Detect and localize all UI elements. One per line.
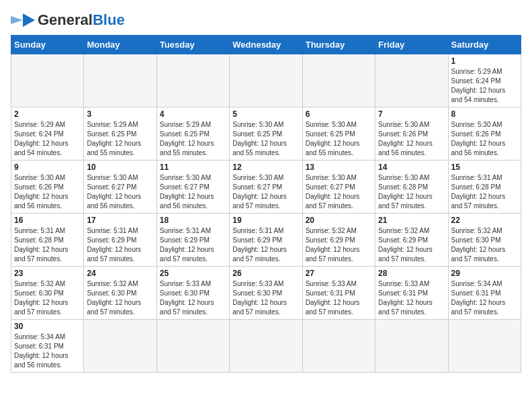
calendar-cell: 3Sunrise: 5:29 AMSunset: 6:25 PMDaylight… xyxy=(84,107,157,161)
calendar-cell: 12Sunrise: 5:30 AMSunset: 6:27 PMDayligh… xyxy=(230,161,302,214)
calendar-week-row: 30Sunrise: 5:34 AMSunset: 6:31 PMDayligh… xyxy=(11,320,521,373)
day-header-saturday: Saturday xyxy=(448,36,521,54)
calendar-cell: 2Sunrise: 5:29 AMSunset: 6:24 PMDaylight… xyxy=(11,107,84,161)
calendar-cell: 10Sunrise: 5:30 AMSunset: 6:27 PMDayligh… xyxy=(84,161,157,214)
logo-bird-icon xyxy=(11,11,35,30)
day-info: Sunrise: 5:29 AMSunset: 6:25 PMDaylight:… xyxy=(160,120,226,158)
day-header-friday: Friday xyxy=(375,36,448,54)
calendar-week-row: 2Sunrise: 5:29 AMSunset: 6:24 PMDaylight… xyxy=(11,107,521,161)
day-info: Sunrise: 5:32 AMSunset: 6:30 PMDaylight:… xyxy=(14,279,81,317)
day-number: 11 xyxy=(160,163,226,172)
day-number: 14 xyxy=(378,163,445,172)
day-number: 17 xyxy=(87,216,153,225)
day-number: 1 xyxy=(451,56,518,66)
calendar-cell: 17Sunrise: 5:31 AMSunset: 6:29 PMDayligh… xyxy=(84,214,157,267)
day-info: Sunrise: 5:30 AMSunset: 6:27 PMDaylight:… xyxy=(160,173,226,211)
day-number: 10 xyxy=(87,163,153,172)
day-number: 8 xyxy=(451,109,518,119)
day-info: Sunrise: 5:31 AMSunset: 6:28 PMDaylight:… xyxy=(14,226,81,264)
day-number: 16 xyxy=(14,216,81,225)
day-number: 7 xyxy=(378,109,445,119)
calendar-cell: 30Sunrise: 5:34 AMSunset: 6:31 PMDayligh… xyxy=(11,320,84,373)
calendar-cell: 21Sunrise: 5:32 AMSunset: 6:29 PMDayligh… xyxy=(375,214,448,267)
calendar-cell xyxy=(302,320,375,373)
day-info: Sunrise: 5:30 AMSunset: 6:26 PMDaylight:… xyxy=(14,173,81,211)
calendar-cell: 23Sunrise: 5:32 AMSunset: 6:30 PMDayligh… xyxy=(11,267,84,320)
day-number: 6 xyxy=(306,109,372,119)
day-number: 30 xyxy=(14,322,81,331)
calendar-cell xyxy=(448,320,521,373)
page-header: GeneralBlue xyxy=(11,11,521,30)
day-number: 27 xyxy=(306,269,372,278)
day-number: 28 xyxy=(378,269,445,278)
day-info: Sunrise: 5:31 AMSunset: 6:28 PMDaylight:… xyxy=(451,173,518,211)
calendar-cell: 1Sunrise: 5:29 AMSunset: 6:24 PMDaylight… xyxy=(448,54,521,107)
day-info: Sunrise: 5:31 AMSunset: 6:29 PMDaylight:… xyxy=(232,226,299,264)
day-info: Sunrise: 5:32 AMSunset: 6:29 PMDaylight:… xyxy=(378,226,445,264)
calendar-cell: 22Sunrise: 5:32 AMSunset: 6:30 PMDayligh… xyxy=(448,214,521,267)
day-header-wednesday: Wednesday xyxy=(230,36,302,54)
day-number: 21 xyxy=(378,216,445,225)
day-info: Sunrise: 5:30 AMSunset: 6:25 PMDaylight:… xyxy=(232,120,299,158)
calendar-cell: 15Sunrise: 5:31 AMSunset: 6:28 PMDayligh… xyxy=(448,161,521,214)
calendar-cell xyxy=(157,54,229,107)
day-number: 5 xyxy=(232,109,299,119)
day-info: Sunrise: 5:29 AMSunset: 6:24 PMDaylight:… xyxy=(451,67,518,105)
day-info: Sunrise: 5:30 AMSunset: 6:27 PMDaylight:… xyxy=(232,173,299,211)
calendar-week-row: 1Sunrise: 5:29 AMSunset: 6:24 PMDaylight… xyxy=(11,54,521,107)
calendar-cell: 16Sunrise: 5:31 AMSunset: 6:28 PMDayligh… xyxy=(11,214,84,267)
calendar-cell: 11Sunrise: 5:30 AMSunset: 6:27 PMDayligh… xyxy=(157,161,229,214)
day-info: Sunrise: 5:33 AMSunset: 6:30 PMDaylight:… xyxy=(232,279,299,317)
day-number: 22 xyxy=(451,216,518,225)
day-number: 2 xyxy=(14,109,81,119)
day-info: Sunrise: 5:34 AMSunset: 6:31 PMDaylight:… xyxy=(451,279,518,317)
day-header-monday: Monday xyxy=(84,36,157,54)
day-info: Sunrise: 5:30 AMSunset: 6:25 PMDaylight:… xyxy=(306,120,372,158)
calendar-cell: 20Sunrise: 5:32 AMSunset: 6:29 PMDayligh… xyxy=(302,214,375,267)
day-number: 15 xyxy=(451,163,518,172)
calendar-cell: 9Sunrise: 5:30 AMSunset: 6:26 PMDaylight… xyxy=(11,161,84,214)
day-info: Sunrise: 5:30 AMSunset: 6:27 PMDaylight:… xyxy=(87,173,153,211)
svg-marker-0 xyxy=(23,13,35,27)
day-info: Sunrise: 5:32 AMSunset: 6:30 PMDaylight:… xyxy=(451,226,518,264)
calendar-week-row: 9Sunrise: 5:30 AMSunset: 6:26 PMDaylight… xyxy=(11,161,521,214)
calendar-cell xyxy=(84,320,157,373)
day-number: 4 xyxy=(160,109,226,119)
calendar-cell xyxy=(230,320,302,373)
day-number: 19 xyxy=(232,216,299,225)
day-number: 9 xyxy=(14,163,81,172)
calendar-cell: 27Sunrise: 5:33 AMSunset: 6:31 PMDayligh… xyxy=(302,267,375,320)
day-number: 3 xyxy=(87,109,153,119)
day-number: 25 xyxy=(160,269,226,278)
day-info: Sunrise: 5:30 AMSunset: 6:28 PMDaylight:… xyxy=(378,173,445,211)
calendar-cell: 18Sunrise: 5:31 AMSunset: 6:29 PMDayligh… xyxy=(157,214,229,267)
calendar-cell xyxy=(375,320,448,373)
calendar-cell: 8Sunrise: 5:30 AMSunset: 6:26 PMDaylight… xyxy=(448,107,521,161)
day-info: Sunrise: 5:32 AMSunset: 6:30 PMDaylight:… xyxy=(87,279,153,317)
day-info: Sunrise: 5:33 AMSunset: 6:30 PMDaylight:… xyxy=(160,279,226,317)
logo: GeneralBlue xyxy=(11,11,125,30)
day-info: Sunrise: 5:30 AMSunset: 6:26 PMDaylight:… xyxy=(451,120,518,158)
day-number: 13 xyxy=(306,163,372,172)
calendar-cell xyxy=(375,54,448,107)
calendar-table: SundayMondayTuesdayWednesdayThursdayFrid… xyxy=(11,35,521,373)
calendar-cell: 13Sunrise: 5:30 AMSunset: 6:27 PMDayligh… xyxy=(302,161,375,214)
day-info: Sunrise: 5:31 AMSunset: 6:29 PMDaylight:… xyxy=(160,226,226,264)
day-number: 12 xyxy=(232,163,299,172)
day-number: 20 xyxy=(306,216,372,225)
day-info: Sunrise: 5:30 AMSunset: 6:26 PMDaylight:… xyxy=(378,120,445,158)
calendar-week-row: 23Sunrise: 5:32 AMSunset: 6:30 PMDayligh… xyxy=(11,267,521,320)
day-info: Sunrise: 5:33 AMSunset: 6:31 PMDaylight:… xyxy=(378,279,445,317)
calendar-header-row: SundayMondayTuesdayWednesdayThursdayFrid… xyxy=(11,36,521,54)
calendar-cell: 28Sunrise: 5:33 AMSunset: 6:31 PMDayligh… xyxy=(375,267,448,320)
day-header-tuesday: Tuesday xyxy=(157,36,229,54)
svg-marker-1 xyxy=(11,16,23,24)
day-info: Sunrise: 5:34 AMSunset: 6:31 PMDaylight:… xyxy=(14,332,81,370)
day-info: Sunrise: 5:31 AMSunset: 6:29 PMDaylight:… xyxy=(87,226,153,264)
logo-text: GeneralBlue xyxy=(38,13,125,28)
calendar-cell xyxy=(84,54,157,107)
calendar-cell: 25Sunrise: 5:33 AMSunset: 6:30 PMDayligh… xyxy=(157,267,229,320)
day-number: 24 xyxy=(87,269,153,278)
day-info: Sunrise: 5:33 AMSunset: 6:31 PMDaylight:… xyxy=(306,279,372,317)
calendar-cell: 4Sunrise: 5:29 AMSunset: 6:25 PMDaylight… xyxy=(157,107,229,161)
